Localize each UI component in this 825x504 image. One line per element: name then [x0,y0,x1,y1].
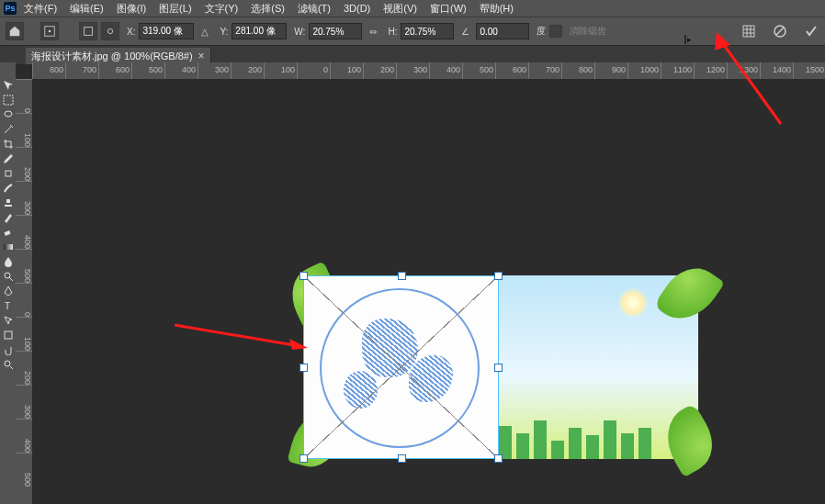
menu-filter[interactable]: 滤镜(T) [292,0,336,17]
ruler-tick: 300 [198,62,231,79]
w-label: W: [294,27,305,37]
antialias-checkbox[interactable] [549,25,562,38]
w-input[interactable]: 20.75% [309,23,362,39]
horizontal-ruler: 8007006005004003002001000100200300400500… [32,62,825,79]
hand-tool-icon[interactable] [2,343,15,356]
h-label: H: [388,27,397,37]
menu-file[interactable]: 文件(F) [18,0,62,17]
ruler-tick: 200 [231,62,264,79]
svg-line-6 [776,28,784,35]
gradient-tool-icon[interactable] [2,241,15,253]
vertical-ruler: 01002003004005000100200300400500 [16,79,32,504]
x-input[interactable]: 319.00 像 [139,23,194,39]
ruler-tick: 1000 [627,62,661,79]
h-input[interactable]: 20.75% [401,23,454,39]
y-label: Y: [220,27,228,37]
ruler-tick: 1400 [760,62,793,79]
x-label: X: [127,27,135,37]
app-logo-icon: Ps [4,2,17,15]
crop-tool-icon[interactable] [2,138,15,151]
ruler-tick: 400 [16,215,32,249]
wand-tool-icon[interactable] [2,123,15,136]
home-icon[interactable] [6,22,24,40]
canvas-area[interactable] [32,79,825,504]
svg-rect-15 [5,331,12,339]
ruler-tick: 700 [65,62,98,79]
menu-select[interactable]: 选择(S) [245,0,290,17]
link-wh-icon[interactable]: ⇔ [366,24,380,39]
cancel-transform-icon[interactable] [772,23,788,39]
placed-image[interactable] [303,275,499,459]
ruler-tick: 100 [264,62,297,79]
ruler-tick: 400 [429,62,462,79]
close-tab-icon[interactable]: × [198,50,205,62]
menu-layer[interactable]: 图层(L) [153,0,197,17]
anchor-grid-icon[interactable] [79,22,97,40]
ruler-tick: 200 [16,351,32,385]
path-select-icon[interactable] [2,314,15,327]
menu-edit[interactable]: 编辑(E) [64,0,109,17]
eyedropper-tool-icon[interactable] [2,152,15,165]
ruler-tick: 500 [131,62,164,79]
menu-help[interactable]: 帮助(H) [474,0,519,17]
pen-tool-icon[interactable] [2,285,15,297]
antialias-label: 消除锯齿 [570,25,606,38]
svg-point-3 [107,28,112,33]
eraser-tool-icon[interactable] [2,226,15,239]
brush-tool-icon[interactable] [2,182,15,195]
history-brush-icon[interactable] [2,211,15,224]
svg-point-16 [5,361,10,366]
stamp-tool-icon[interactable] [2,196,15,209]
svg-point-8 [5,111,12,117]
heal-tool-icon[interactable] [2,167,15,180]
angle-input[interactable]: 0.00 [476,23,529,39]
zoom-tool-icon[interactable] [2,358,15,371]
commit-transform-icon[interactable] [803,23,819,39]
reference-point-icon[interactable] [40,22,59,40]
ruler-tick: 400 [164,62,198,79]
warp-mode-icon[interactable] [740,23,757,39]
document-tab-title: 海报设计素材.jpg @ 100%(RGB/8#) [31,50,193,63]
ruler-tick: 500 [462,62,495,79]
text-tool-icon[interactable]: T [2,299,15,312]
triangle-icon[interactable]: △ [198,24,212,39]
toolbox: T [0,62,16,504]
marquee-tool-icon[interactable] [2,94,15,106]
menu-type[interactable]: 文字(Y) [199,0,244,17]
ruler-tick: 500 [16,453,32,487]
svg-line-13 [9,277,13,281]
ruler-tick: 900 [594,62,627,79]
menu-window[interactable]: 窗口(W) [424,0,472,17]
ruler-tick: 1300 [727,62,760,79]
ruler-tick: 1100 [661,62,694,79]
svg-point-1 [49,30,51,33]
dodge-tool-icon[interactable] [2,270,15,283]
svg-line-17 [10,366,13,369]
lasso-tool-icon[interactable] [2,108,15,121]
menu-image[interactable]: 图像(I) [111,0,152,17]
angle-icon: ∠ [458,24,472,39]
svg-rect-7 [4,95,13,105]
svg-rect-4 [743,26,754,37]
ruler-tick: 400 [16,419,32,453]
ruler-tick: 300 [396,62,429,79]
svg-text:T: T [5,301,10,311]
y-input[interactable]: 281.00 像 [232,23,287,39]
options-bar: X: 319.00 像 △ Y: 281.00 像 W: 20.75% ⇔ H:… [0,17,825,46]
move-tool-icon[interactable] [2,79,15,92]
menu-view[interactable]: 视图(V) [378,0,423,17]
globe-sketch-icon [320,288,480,448]
angle-unit: 度 [537,25,546,38]
ruler-tick: 1500 [793,62,825,79]
ruler-tick: 100 [16,113,32,147]
ruler-tick: 200 [363,62,396,79]
ref-center-icon[interactable] [101,22,119,40]
ruler-tick: 500 [16,249,32,283]
ruler-tick: 0 [16,283,32,317]
blur-tool-icon[interactable] [2,255,15,268]
shape-tool-icon[interactable] [2,329,15,342]
svg-rect-2 [85,28,93,36]
annotation-arrow-icon [175,322,308,350]
menu-3d[interactable]: 3D(D) [338,1,376,16]
ruler-tick: 100 [330,62,363,79]
